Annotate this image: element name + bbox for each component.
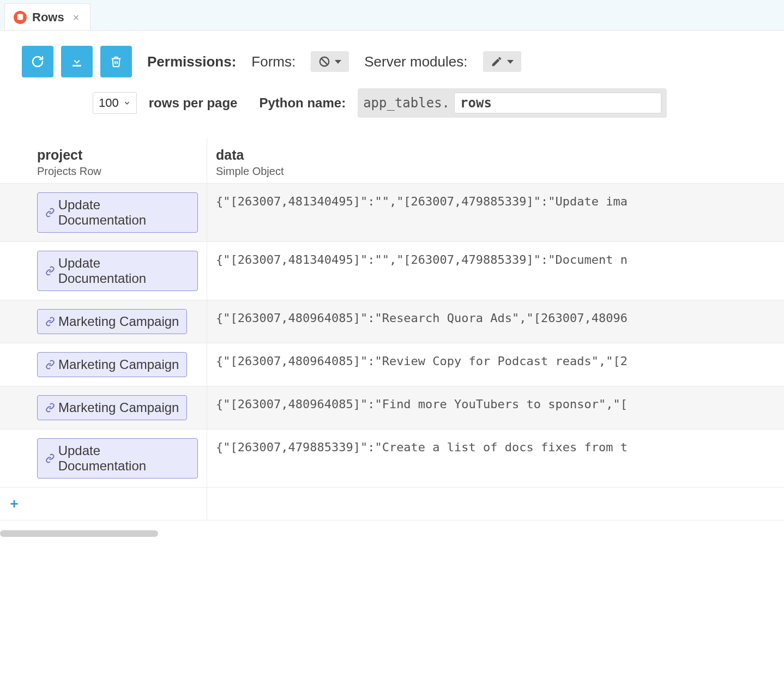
table-row[interactable]: Update Documentation {"[263007,481340495… [0,242,784,300]
svg-rect-1 [73,65,81,66]
rows-per-page-label: rows per page [149,95,238,111]
project-link[interactable]: Update Documentation [37,251,198,291]
table-row[interactable]: Marketing Campaign {"[263007,480964085]"… [0,386,784,429]
chevron-down-icon [507,60,514,64]
empty-cell[interactable] [28,488,207,520]
python-name-prefix: app_tables. [363,95,454,111]
svg-line-3 [321,58,328,65]
tab-rows[interactable]: Rows × [4,3,91,30]
refresh-button[interactable] [22,46,53,77]
column-header-data[interactable]: data Simple Object [207,138,784,184]
table-row[interactable]: Update Documentation {"[263007,479885339… [0,429,784,488]
trash-icon [110,55,122,68]
toolbar: Permissions: Forms: Server modules: 100 … [0,31,784,122]
rows-per-page-select[interactable]: 100 [93,92,137,114]
data-cell[interactable]: {"[263007,480964085]":"Review Copy for P… [207,343,784,386]
add-row-button[interactable]: + [0,488,28,520]
edit-icon [491,56,503,68]
link-icon [45,266,55,276]
server-permission-label: Server modules: [364,53,467,70]
server-permission-select[interactable] [483,51,521,72]
data-cell[interactable]: {"[263007,480964085]":"Find more YouTube… [207,386,784,429]
link-icon [45,453,55,463]
table-footer: + [0,488,784,520]
project-link[interactable]: Update Documentation [37,438,198,479]
data-table: project Projects Row data Simple Object … [0,138,784,520]
table-row[interactable]: Update Documentation {"[263007,481340495… [0,184,784,242]
download-icon [70,55,83,68]
chevron-down-icon [123,99,131,107]
svg-point-0 [17,14,23,16]
project-link[interactable]: Marketing Campaign [37,309,187,334]
forms-permission-select[interactable] [311,51,349,72]
python-name-label: Python name: [259,95,346,111]
link-icon [45,360,55,370]
forms-permission-label: Forms: [251,53,295,70]
action-buttons [22,46,132,77]
scrollbar-thumb[interactable] [0,530,158,537]
project-link[interactable]: Update Documentation [37,192,198,233]
data-cell[interactable]: {"[263007,480964085]":"Research Quora Ad… [207,300,784,343]
table-row[interactable]: Marketing Campaign {"[263007,480964085]"… [0,343,784,386]
refresh-icon [31,55,44,68]
database-icon [14,11,27,24]
permissions-label: Permissions: [147,53,236,70]
tab-title: Rows [32,10,64,25]
table-header: project Projects Row data Simple Object [0,138,784,184]
column-header-project[interactable]: project Projects Row [28,138,207,184]
empty-cell[interactable] [207,488,784,520]
link-icon [45,403,55,413]
download-button[interactable] [61,46,93,77]
data-cell[interactable]: {"[263007,481340495]":"","[263007,479885… [207,184,784,242]
python-name-box: app_tables. [358,88,667,118]
project-link[interactable]: Marketing Campaign [37,352,187,377]
tab-bar: Rows × [0,0,784,31]
python-name-input[interactable] [454,93,661,113]
chevron-down-icon [335,60,341,64]
table-row[interactable]: Marketing Campaign {"[263007,480964085]"… [0,300,784,343]
link-icon [45,208,55,217]
project-link[interactable]: Marketing Campaign [37,395,187,420]
link-icon [45,317,55,326]
data-cell[interactable]: {"[263007,479885339]":"Create a list of … [207,429,784,488]
horizontal-scrollbar[interactable] [0,530,784,537]
no-access-icon [318,56,330,68]
close-icon[interactable]: × [73,11,80,24]
delete-button[interactable] [100,46,132,77]
data-cell[interactable]: {"[263007,481340495]":"","[263007,479885… [207,242,784,300]
rows-per-page-value: 100 [99,96,119,110]
